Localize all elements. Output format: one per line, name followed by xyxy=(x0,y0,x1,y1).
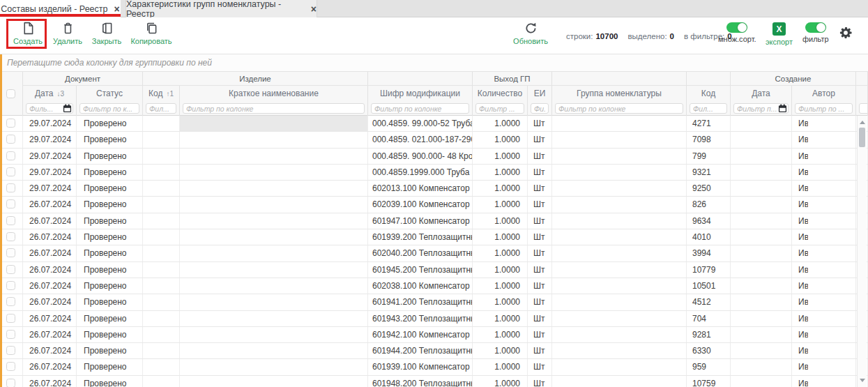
cell-code[interactable] xyxy=(143,343,180,358)
cell-code2[interactable]: 10501 xyxy=(687,278,731,294)
cell-shifr-modifikacii[interactable]: 601948.200 Теплозащитнь xyxy=(368,376,473,387)
cell-author[interactable]: Ив xyxy=(792,245,856,261)
cell-status[interactable]: Проверено xyxy=(77,229,143,245)
table-row[interactable]: 29.07.2024Проверено000.4859. 99.000-52 Т… xyxy=(0,116,868,132)
cell-shifr-modifikacii[interactable]: 000.4859. 900.000- 48 Крон xyxy=(368,149,473,164)
cell-create-date[interactable] xyxy=(731,262,792,278)
cell-short-name[interactable] xyxy=(180,376,368,387)
cell-status[interactable]: Проверено xyxy=(77,359,143,374)
row-checkbox[interactable] xyxy=(6,379,15,387)
cell-code2[interactable]: 704 xyxy=(687,311,731,326)
cell-ei[interactable]: Шт xyxy=(528,278,552,294)
cell-status[interactable]: Проверено xyxy=(77,181,143,196)
cell-ei[interactable]: Шт xyxy=(528,165,552,180)
cell-date[interactable]: 29.07.2024 xyxy=(23,149,77,164)
cell-shifr-modifikacii[interactable]: 602039.100 Компенсатор к xyxy=(368,197,473,212)
column-group-Изделие[interactable]: Изделие xyxy=(143,72,368,86)
group-by-drop-zone[interactable]: Перетащите сюда колонку для группировки … xyxy=(0,54,868,72)
cell-short-name[interactable] xyxy=(180,278,368,294)
table-row[interactable]: 26.07.2024Проверено602039.100 Компенсато… xyxy=(0,197,868,213)
filter-input-extra[interactable] xyxy=(859,103,868,114)
cell-ei[interactable]: Шт xyxy=(528,149,552,164)
cell-code2[interactable]: 4271 xyxy=(687,116,731,131)
table-row[interactable]: 29.07.2024Проверено000.4859. 021.000-187… xyxy=(0,132,868,148)
delete-button[interactable]: Удалить xyxy=(49,21,86,45)
calendar-icon[interactable] xyxy=(778,104,787,113)
column-header-ei[interactable]: ЕИ xyxy=(528,86,552,101)
cell-quantity[interactable]: 1.0000 xyxy=(473,359,528,374)
cell-author[interactable]: Ив xyxy=(792,262,856,278)
cell-code[interactable] xyxy=(143,376,180,387)
cell-create-date[interactable] xyxy=(731,311,792,326)
cell-date[interactable]: 26.07.2024 xyxy=(23,376,77,387)
cell-date[interactable]: 26.07.2024 xyxy=(23,327,77,342)
cell-code[interactable] xyxy=(143,149,180,164)
cell-author[interactable]: Ив xyxy=(792,213,856,229)
cell-status[interactable]: Проверено xyxy=(77,376,143,387)
cell-ei[interactable]: Шт xyxy=(528,327,552,342)
cell-shifr-modifikacii[interactable]: 601939.200 Теплозащитнь xyxy=(368,229,473,245)
cell-author[interactable]: Ив xyxy=(792,311,856,326)
cell-short-name[interactable] xyxy=(180,181,368,196)
row-checkbox[interactable] xyxy=(6,167,15,176)
cell-code2[interactable]: 7098 xyxy=(687,132,731,147)
cell-date[interactable]: 29.07.2024 xyxy=(23,165,77,180)
column-header-date[interactable]: Дата↓3 xyxy=(23,86,77,101)
row-checkbox[interactable] xyxy=(6,151,15,160)
cell-create-date[interactable] xyxy=(731,376,792,387)
column-group-Документ[interactable]: Документ xyxy=(23,72,143,86)
cell-ei[interactable]: Шт xyxy=(528,262,552,278)
cell-date[interactable]: 26.07.2024 xyxy=(23,294,77,310)
cell-ei[interactable]: Шт xyxy=(528,229,552,245)
cell-nomenclature-group[interactable] xyxy=(552,262,687,278)
cell-code2[interactable]: 9250 xyxy=(687,181,731,196)
column-header-author[interactable]: Автор xyxy=(792,86,856,101)
cell-code[interactable] xyxy=(143,294,180,310)
cell-short-name[interactable] xyxy=(180,116,368,131)
column-group-empty[interactable] xyxy=(552,72,687,86)
tab-sostavy-izdeliy[interactable]: Составы изделий - Реестр × xyxy=(0,0,121,17)
cell-short-name[interactable] xyxy=(180,343,368,358)
cell-code[interactable] xyxy=(143,359,180,374)
cell-quantity[interactable]: 1.0000 xyxy=(473,311,528,326)
cell-ei[interactable]: Шт xyxy=(528,294,552,310)
cell-short-name[interactable] xyxy=(180,213,368,229)
row-checkbox[interactable] xyxy=(6,314,15,323)
column-header-short-name[interactable]: Краткое наименование xyxy=(180,86,368,101)
scroll-up-icon[interactable] xyxy=(860,121,865,124)
cell-short-name[interactable] xyxy=(180,132,368,147)
cell-short-name[interactable] xyxy=(180,359,368,374)
cell-nomenclature-group[interactable] xyxy=(552,116,687,131)
cell-quantity[interactable]: 1.0000 xyxy=(473,213,528,229)
cell-date[interactable]: 29.07.2024 xyxy=(23,116,77,131)
cell-status[interactable]: Проверено xyxy=(77,213,143,229)
row-checkbox[interactable] xyxy=(6,297,15,306)
table-row[interactable]: 26.07.2024Проверено601948.200 Теплозащит… xyxy=(0,376,868,387)
cell-create-date[interactable] xyxy=(731,327,792,342)
row-checkbox[interactable] xyxy=(6,330,15,339)
cell-shifr-modifikacii[interactable]: 602038.100 Компенсатор к xyxy=(368,278,473,294)
cell-code2[interactable]: 4010 xyxy=(687,229,731,245)
cell-ei[interactable]: Шт xyxy=(528,197,552,212)
calendar-icon[interactable] xyxy=(63,104,72,113)
cell-quantity[interactable]: 1.0000 xyxy=(473,229,528,245)
cell-shifr-modifikacii[interactable]: 601943.200 Теплозащитнь xyxy=(368,311,473,326)
cell-quantity[interactable]: 1.0000 xyxy=(473,343,528,358)
select-all-checkbox[interactable] xyxy=(6,89,15,98)
cell-code2[interactable]: 4512 xyxy=(687,294,731,310)
cell-nomenclature-group[interactable] xyxy=(552,213,687,229)
cell-date[interactable]: 26.07.2024 xyxy=(23,311,77,326)
filter-input-short-name[interactable] xyxy=(183,103,365,114)
cell-status[interactable]: Проверено xyxy=(77,245,143,261)
row-checkbox[interactable] xyxy=(6,346,15,355)
cell-code[interactable] xyxy=(143,229,180,245)
cell-create-date[interactable] xyxy=(731,229,792,245)
cell-quantity[interactable]: 1.0000 xyxy=(473,165,528,180)
row-checkbox[interactable] xyxy=(6,135,15,144)
cell-shifr-modifikacii[interactable]: 601939.100 Компенсатор к xyxy=(368,359,473,374)
cell-quantity[interactable]: 1.0000 xyxy=(473,149,528,164)
copy-button[interactable]: Копировать xyxy=(128,21,174,45)
cell-code[interactable] xyxy=(143,278,180,294)
cell-nomenclature-group[interactable] xyxy=(552,376,687,387)
table-row[interactable]: 29.07.2024Проверено000.4859. 900.000- 48… xyxy=(0,149,868,165)
